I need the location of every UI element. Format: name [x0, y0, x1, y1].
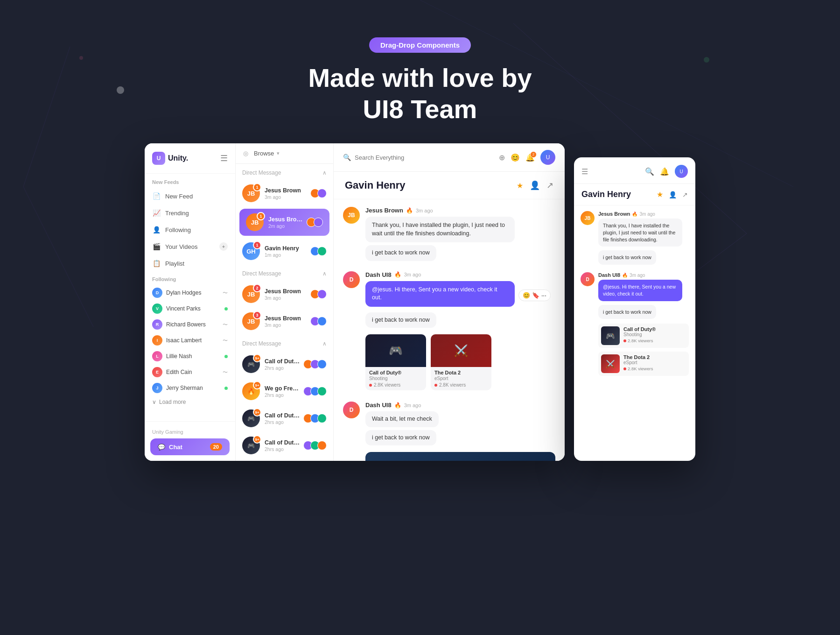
dm-header-1: Direct Message ∧	[236, 164, 333, 180]
mobile-title-icons: ★ 👤 ↗	[657, 190, 688, 199]
game-card-info-cod: Call of Duty® Shooting 2.8K viewers	[365, 367, 426, 390]
msg-sender-1: Jesus Brown	[365, 207, 403, 214]
load-more-button[interactable]: ∨ Load more	[145, 396, 235, 408]
game-card-img-cod: 🎮	[365, 334, 426, 367]
game-card-cod[interactable]: 🎮 Call of Duty® Shooting 2.8K viewers	[365, 334, 426, 390]
search-input[interactable]	[355, 154, 499, 161]
chat-nav-icons: ⊕ 😊 🔔 2 U	[499, 150, 555, 165]
dm-avatar-wrap-active: JB 1	[246, 213, 264, 231]
hamburger-icon[interactable]: ☰	[220, 153, 228, 163]
top-nav: ◎ Browse ▾	[236, 143, 333, 164]
mini-av-g2	[317, 247, 327, 256]
game-card-dota[interactable]: ⚔️ The Dota 2 eSport 2.8K viewers	[431, 334, 491, 390]
mobile-share-icon[interactable]: ↗	[682, 191, 688, 198]
mob-msg-1: JB Jesus Brown 🔥 3m ago Thank you, I hav…	[581, 211, 689, 267]
browse-button[interactable]: Browse ▾	[254, 150, 280, 157]
mobile-user-icon[interactable]: 👤	[669, 191, 677, 198]
mobile-search-icon[interactable]: 🔍	[645, 167, 654, 176]
msg-bubble-3a: Wait a bit, let me check	[365, 411, 439, 427]
dm-avatar-wrap-cod-1: 🎮 9+	[242, 355, 260, 373]
browse-label: Browse	[254, 150, 274, 157]
msg-avatar-dash-2: D	[343, 402, 360, 418]
add-video-icon[interactable]: +	[219, 242, 228, 251]
mobile-star-icon[interactable]: ★	[657, 190, 663, 199]
emoji-reaction-1: 😊	[523, 292, 530, 299]
mobile-user-avatar[interactable]: U	[675, 165, 688, 178]
share-icon[interactable]: ↗	[546, 180, 553, 190]
sidebar-item-playlist[interactable]: 📋 Playlist	[145, 255, 235, 272]
sidebar-item-new-feed[interactable]: 📄 New Feed	[145, 188, 235, 205]
chat-label: Chat	[169, 444, 182, 451]
following-item-lillie[interactable]: L Lillie Nash	[145, 348, 235, 364]
game-viewers-dota: 2.8K viewers	[434, 382, 488, 388]
chat-button[interactable]: 💬 Chat 20	[150, 438, 230, 455]
mini-av-42	[317, 317, 327, 326]
sidebar-item-trending[interactable]: 📈 Trending	[145, 205, 235, 221]
dm-right-4	[313, 317, 327, 326]
new-feed-icon: 📄	[152, 192, 161, 200]
dm-chevron-1[interactable]: ∧	[322, 169, 327, 176]
dm-item-jesus-1[interactable]: JB 1 Jesus Brown 3m ago	[236, 180, 333, 207]
following-item-edith[interactable]: E Edith Cain 〜	[145, 364, 235, 380]
dm-avatar-stack-1	[313, 189, 327, 198]
dm-chevron-2[interactable]: ∧	[322, 270, 327, 277]
game-title-cod: Call of Duty®	[369, 370, 422, 375]
following-icon: 👤	[152, 226, 161, 234]
add-icon[interactable]: ⊕	[499, 153, 505, 162]
dm-info-cod-2: Call of Duty Group 2hrs ago	[265, 412, 301, 425]
following-item-dylan[interactable]: D Dylan Hodges 〜	[145, 285, 235, 301]
sidebar-header: U Unity. ☰	[145, 143, 235, 174]
msg-reactions[interactable]: 😊 🔖 ···	[518, 289, 551, 301]
drag-drop-badge: Drag-Drop Components	[369, 37, 471, 53]
load-more-label: Load more	[159, 399, 186, 405]
dm-item-cod-1[interactable]: 🎮 9+ Call of Duty Group 2hrs ago	[236, 351, 333, 378]
emoji-icon[interactable]: 😊	[511, 153, 520, 162]
chevron-down-icon: ∨	[152, 399, 156, 405]
dm-title-1: Direct Message	[242, 169, 281, 176]
video-preview: 🎮 ▶ 🔊 ⚙ ⛶	[365, 452, 555, 461]
notification-icon[interactable]: 🔔 2	[525, 153, 535, 162]
star-icon[interactable]: ★	[517, 181, 523, 190]
dm-item-gavin[interactable]: GH 1 Gavin Henry 1m ago	[236, 238, 333, 265]
chat-title-bar: Gavin Henry ★ 👤 ↗	[334, 172, 565, 199]
mob-time-2: 3m ago	[630, 273, 645, 278]
online-dot-lillie	[224, 355, 228, 358]
dm-time-cod-1: 2hrs ago	[265, 365, 301, 371]
logo-icon: U	[152, 152, 165, 165]
dm-item-jesus-active[interactable]: JB 1 Jesus Brown 2m ago	[239, 209, 329, 236]
dm-time-gavin: 1m ago	[265, 252, 308, 258]
online-dot-vincent	[224, 307, 228, 310]
sidebar-item-following[interactable]: 👤 Following	[145, 221, 235, 238]
following-item-richard[interactable]: R Richard Bowers 〜	[145, 317, 235, 332]
logo-text: Unity.	[168, 154, 188, 162]
dm-item-jesus-3[interactable]: JB 2 Jesus Brown 3m ago	[236, 281, 333, 308]
sidebar-item-videos[interactable]: 🎬 Your Videos +	[145, 238, 235, 255]
avatar-richard: R	[152, 319, 162, 330]
following-item-jerry[interactable]: J Jerry Sherman	[145, 380, 235, 396]
user-icon[interactable]: 👤	[530, 180, 540, 190]
more-reaction: ···	[541, 292, 546, 299]
msg-sender-3: Dash UI8	[365, 402, 392, 409]
dm-item-freefire[interactable]: 🔥 9+ We go FreeFire 2hrs ago	[236, 378, 333, 405]
mobile-hamburger-icon[interactable]: ☰	[581, 167, 588, 176]
dm-section-2: Direct Message ∧ JB 2 Jesus Brown 3m ago	[236, 265, 333, 335]
mobile-bell-icon[interactable]: 🔔	[660, 168, 669, 176]
mob-game-card-cod[interactable]: 🎮 Call of Duty® Shooting 2.8K viewers	[598, 324, 689, 348]
wifi-icon-edith: 〜	[223, 369, 228, 376]
trending-icon: 📈	[152, 209, 161, 217]
following-item-vincent[interactable]: V Vincent Parks	[145, 301, 235, 317]
chat-panel: 🔍 ⊕ 😊 🔔 2 U Gavin Henry ★	[334, 143, 565, 461]
dm-item-jesus-4[interactable]: JB 3 Jesus Brown 3m ago	[236, 308, 333, 335]
mob-content-1: Jesus Brown 🔥 3m ago Thank you, I have i…	[598, 211, 689, 267]
app-panel: U Unity. ☰ New Feeds 📄 New Feed 📈 Trendi…	[145, 143, 565, 461]
dm-item-cod-3[interactable]: 🎮 9+ Call of Duty Group 2hrs ago	[236, 432, 333, 459]
user-avatar-nav[interactable]: U	[540, 150, 555, 165]
mob-game-card-dota[interactable]: ⚔️ The Dota 2 eSport 2.8K viewers	[598, 352, 689, 376]
following-item-isaac[interactable]: I Isaac Lambert 〜	[145, 332, 235, 348]
wifi-icon-dylan: 〜	[223, 289, 228, 296]
dm-chevron-3[interactable]: ∧	[322, 340, 327, 347]
dm-right-cod-1	[306, 360, 327, 369]
dm-badge-ff: 9+	[253, 381, 261, 389]
dm-item-cod-2[interactable]: 🎮 9+ Call of Duty Group 2hrs ago	[236, 405, 333, 432]
viewer-dot-dota	[434, 384, 437, 387]
